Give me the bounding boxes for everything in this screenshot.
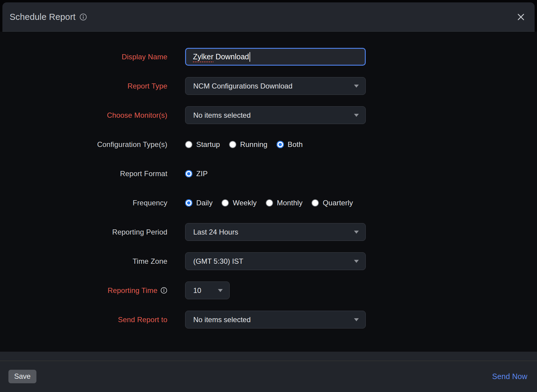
reporting-time-label-text: Reporting Time [107, 286, 157, 295]
choose-monitors-value: No items selected [193, 111, 354, 120]
row-time-zone: Time Zone (GMT 5:30) IST [0, 252, 537, 270]
info-icon[interactable] [79, 13, 87, 21]
report-type-value: NCM Configurations Download [193, 82, 354, 90]
info-icon[interactable] [160, 287, 167, 294]
radio-icon [312, 199, 319, 207]
report-format-label: Report Format [0, 170, 167, 178]
row-choose-monitors: Choose Monitor(s) No items selected [0, 106, 537, 124]
row-reporting-period: Reporting Period Last 24 Hours [0, 223, 537, 241]
radio-icon [277, 141, 284, 148]
time-zone-select[interactable]: (GMT 5:30) IST [185, 252, 366, 270]
radio-icon [185, 170, 192, 177]
configuration-types-group: Startup Running Both [185, 140, 303, 149]
reporting-period-label: Reporting Period [0, 228, 167, 236]
send-report-to-value: No items selected [193, 316, 354, 324]
report-type-label: Report Type [0, 82, 167, 90]
radio-option-zip[interactable]: ZIP [185, 170, 208, 178]
choose-monitors-label: Choose Monitor(s) [0, 111, 167, 120]
save-button[interactable]: Save [8, 370, 36, 383]
caret-down-icon [354, 260, 359, 263]
radio-icon [266, 199, 273, 207]
row-display-name: Display Name Zylker Download [0, 48, 537, 66]
radio-option-label: Weekly [233, 199, 256, 207]
row-send-report-to: Send Report to No items selected [0, 311, 537, 328]
caret-down-icon [354, 318, 359, 321]
time-zone-label: Time Zone [0, 257, 167, 266]
row-report-format: Report Format ZIP [0, 165, 537, 182]
send-now-link[interactable]: Send Now [492, 372, 527, 381]
radio-option-label: Quarterly [323, 199, 353, 207]
caret-down-icon [354, 114, 359, 117]
radio-icon [229, 141, 236, 148]
radio-option-label: Both [288, 140, 303, 149]
report-format-group: ZIP [185, 170, 208, 178]
radio-option-label: Startup [196, 140, 220, 149]
row-configuration-types: Configuration Type(s) Startup Running Bo… [0, 135, 537, 153]
choose-monitors-select[interactable]: No items selected [185, 106, 366, 124]
radio-option-startup[interactable]: Startup [185, 140, 220, 149]
row-reporting-time: Reporting Time 10 [0, 282, 537, 299]
time-zone-value: (GMT 5:30) IST [193, 257, 354, 266]
radio-option-quarterly[interactable]: Quarterly [312, 199, 353, 207]
row-frequency: Frequency Daily Weekly Monthly Quarterly [0, 194, 537, 212]
reporting-time-label: Reporting Time [0, 286, 167, 295]
text-cursor [250, 52, 250, 62]
radio-option-daily[interactable]: Daily [185, 199, 213, 207]
page-title: Schedule Report [10, 12, 76, 22]
configuration-types-label: Configuration Type(s) [0, 140, 167, 149]
frequency-label: Frequency [0, 199, 167, 207]
close-icon[interactable] [515, 11, 527, 23]
schedule-report-form: Display Name Zylker Download Report Type… [0, 32, 537, 352]
radio-option-label: Daily [196, 199, 213, 207]
input-text-misspelled: Zylker [193, 52, 213, 61]
radio-option-running[interactable]: Running [229, 140, 268, 149]
radio-icon [185, 141, 192, 148]
send-report-to-label: Send Report to [0, 316, 167, 324]
reporting-period-select[interactable]: Last 24 Hours [185, 223, 366, 241]
caret-down-icon [354, 231, 359, 234]
radio-option-label: Running [240, 140, 268, 149]
radio-icon [222, 199, 229, 207]
reporting-time-value: 10 [193, 286, 218, 295]
radio-icon [185, 199, 192, 207]
radio-option-both[interactable]: Both [277, 140, 303, 149]
radio-option-label: Monthly [277, 199, 303, 207]
row-report-type: Report Type NCM Configurations Download [0, 77, 537, 95]
caret-down-icon [218, 289, 223, 292]
radio-option-label: ZIP [196, 170, 208, 178]
input-text: Download [213, 52, 249, 61]
send-report-to-select[interactable]: No items selected [185, 311, 366, 328]
caret-down-icon [354, 85, 359, 88]
reporting-period-value: Last 24 Hours [193, 228, 354, 236]
modal-footer: Save Send Now [0, 352, 537, 392]
display-name-input[interactable]: Zylker Download [185, 48, 366, 66]
report-type-select[interactable]: NCM Configurations Download [185, 77, 366, 95]
modal-header: Schedule Report [2, 2, 535, 32]
radio-option-weekly[interactable]: Weekly [222, 199, 256, 207]
frequency-group: Daily Weekly Monthly Quarterly [185, 199, 353, 207]
display-name-label: Display Name [0, 53, 167, 61]
radio-option-monthly[interactable]: Monthly [266, 199, 303, 207]
reporting-time-select[interactable]: 10 [185, 282, 230, 299]
